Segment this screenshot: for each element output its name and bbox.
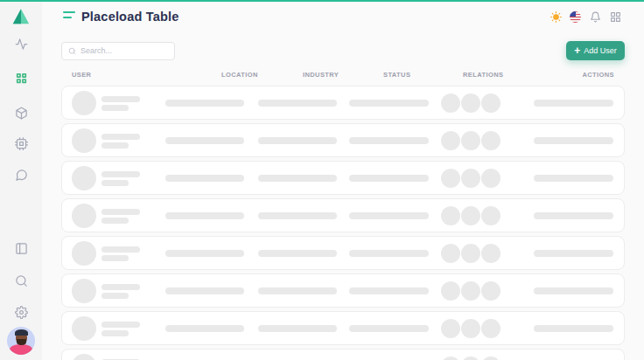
skeleton-user-avatar bbox=[72, 316, 96, 341]
main-content: + Add User USER LOCATION INDUSTRY STATUS… bbox=[42, 31, 644, 360]
skeleton-subtitle-line bbox=[102, 293, 129, 299]
skeleton-actions-bar bbox=[534, 100, 613, 107]
skeleton-name-line bbox=[102, 134, 140, 140]
search-icon bbox=[15, 274, 28, 287]
sidebar-item-messages[interactable] bbox=[10, 164, 32, 185]
skeleton-relation-circle bbox=[461, 131, 480, 150]
skeleton-user-avatar bbox=[72, 279, 96, 303]
skeleton-relation-circle bbox=[441, 131, 460, 150]
skeleton-user-avatar bbox=[72, 241, 96, 266]
table-row-skeleton bbox=[61, 236, 625, 270]
triangle-logo-icon bbox=[11, 7, 31, 26]
skeleton-status-bar bbox=[349, 137, 429, 144]
skeleton-relation-circle bbox=[461, 319, 480, 338]
skeleton-industry-bar bbox=[258, 212, 337, 219]
skeleton-relation-circle bbox=[441, 319, 460, 338]
theme-sun-icon[interactable] bbox=[550, 10, 562, 23]
notifications-bell-icon[interactable] bbox=[589, 10, 601, 23]
skeleton-user-name bbox=[102, 284, 140, 299]
app-logo[interactable] bbox=[11, 7, 31, 26]
skeleton-user-name bbox=[102, 209, 140, 224]
search-box bbox=[61, 42, 175, 60]
skeleton-status-bar bbox=[349, 175, 429, 182]
search-icon bbox=[68, 47, 76, 55]
add-user-label: Add User bbox=[584, 46, 617, 55]
skeleton-name-line bbox=[102, 209, 140, 215]
skeleton-user-name bbox=[102, 171, 140, 186]
skeleton-industry-bar bbox=[258, 287, 337, 294]
cube-icon bbox=[15, 107, 28, 120]
avatar-beard bbox=[17, 339, 26, 345]
language-us-flag-icon[interactable] bbox=[570, 11, 581, 23]
table-row-skeleton bbox=[61, 198, 625, 232]
skeleton-actions-bar bbox=[534, 212, 613, 219]
skeleton-relations-group bbox=[441, 169, 500, 188]
sidebar-item-layouts[interactable] bbox=[10, 238, 32, 259]
skeleton-relation-circle bbox=[481, 93, 500, 113]
skeleton-relation-circle bbox=[441, 93, 460, 113]
cpu-icon bbox=[15, 137, 28, 150]
sidebar-item-search[interactable] bbox=[10, 270, 32, 291]
skeleton-name-line bbox=[102, 284, 140, 290]
skeleton-relation-circle bbox=[481, 281, 500, 301]
column-header-industry: INDUSTRY bbox=[303, 71, 339, 79]
skeleton-relation-circle bbox=[481, 169, 500, 188]
skeleton-user-name bbox=[102, 134, 140, 149]
user-avatar[interactable] bbox=[7, 327, 35, 355]
sidebar-item-elements[interactable] bbox=[10, 133, 32, 154]
sidebar-item-components[interactable] bbox=[10, 102, 32, 123]
search-input[interactable] bbox=[80, 46, 168, 55]
skeleton-location-bar bbox=[165, 325, 244, 332]
page-header: Placeload Table bbox=[42, 2, 644, 31]
skeleton-actions-bar bbox=[534, 325, 613, 332]
apps-grid-icon[interactable] bbox=[609, 10, 621, 23]
skeleton-name-line bbox=[102, 246, 140, 253]
skeleton-actions-bar bbox=[534, 175, 613, 182]
sidebar-rail bbox=[0, 2, 42, 360]
skeleton-relation-circle bbox=[461, 206, 480, 225]
column-header-user: USER bbox=[72, 71, 91, 79]
skeleton-relations-group bbox=[441, 281, 500, 301]
settings-gear-icon bbox=[15, 306, 28, 319]
column-header-status: STATUS bbox=[383, 71, 410, 79]
plus-icon: + bbox=[574, 45, 580, 56]
skeleton-location-bar bbox=[165, 175, 244, 182]
table-row-skeleton bbox=[61, 86, 625, 120]
table-header-row: USER LOCATION INDUSTRY STATUS RELATIONS … bbox=[61, 71, 625, 79]
column-header-actions: ACTIONS bbox=[582, 71, 614, 79]
column-header-relations: RELATIONS bbox=[463, 71, 503, 79]
skeleton-user-avatar bbox=[72, 204, 96, 228]
table-toolbar: + Add User bbox=[61, 41, 625, 60]
add-user-button[interactable]: + Add User bbox=[566, 41, 625, 60]
skeleton-relations-group bbox=[441, 319, 500, 338]
skeleton-relation-circle bbox=[441, 281, 460, 301]
skeleton-location-bar bbox=[165, 250, 244, 257]
skeleton-location-bar bbox=[165, 287, 244, 294]
skeleton-relation-circle bbox=[481, 244, 500, 263]
skeleton-status-bar bbox=[349, 325, 429, 332]
skeleton-subtitle-line bbox=[102, 180, 129, 186]
skeleton-actions-bar bbox=[534, 287, 613, 294]
table-row-skeleton bbox=[61, 349, 625, 360]
skeleton-relation-circle bbox=[441, 206, 460, 225]
skeleton-industry-bar bbox=[258, 137, 337, 144]
table-row-skeleton bbox=[61, 273, 625, 308]
skeleton-name-line bbox=[102, 96, 140, 102]
column-header-location: LOCATION bbox=[221, 71, 258, 79]
skeleton-industry-bar bbox=[258, 325, 337, 332]
menu-toggle-icon[interactable] bbox=[63, 11, 76, 20]
page-title: Placeload Table bbox=[81, 10, 179, 24]
skeleton-user-avatar bbox=[72, 354, 96, 360]
skeleton-relation-circle bbox=[461, 281, 480, 301]
sidebar-item-activity[interactable] bbox=[10, 33, 32, 54]
avatar-hair bbox=[15, 329, 28, 336]
sidebar-item-dashboards[interactable] bbox=[10, 67, 32, 88]
skeleton-subtitle-line bbox=[102, 142, 129, 149]
skeleton-location-bar bbox=[165, 137, 244, 144]
skeleton-location-bar bbox=[165, 100, 244, 107]
sidebar-item-settings[interactable] bbox=[10, 301, 32, 322]
skeleton-relation-circle bbox=[481, 131, 500, 150]
skeleton-relation-circle bbox=[441, 244, 460, 263]
skeleton-status-bar bbox=[349, 212, 429, 219]
skeleton-relations-group bbox=[441, 93, 500, 113]
